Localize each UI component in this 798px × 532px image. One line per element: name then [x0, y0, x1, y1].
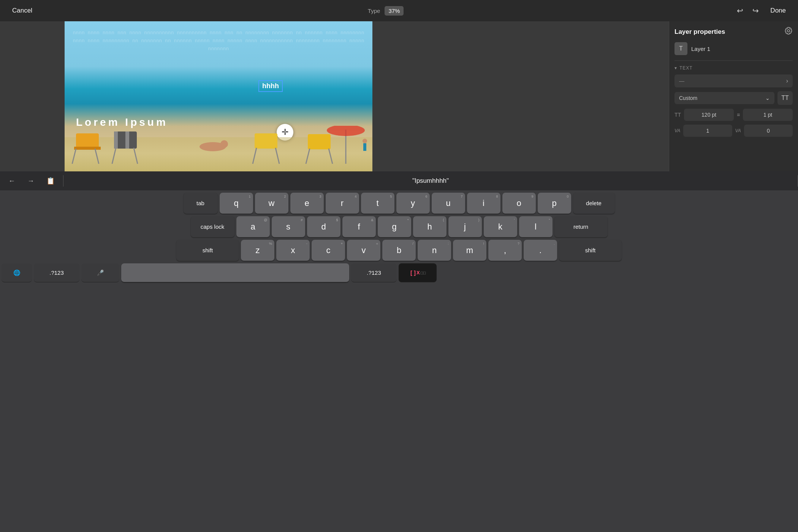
m-key[interactable]: ! m — [453, 240, 486, 261]
l-key[interactable]: " l — [519, 216, 519, 238]
autocomplete-controls: ← → 📋 — [0, 174, 63, 187]
top-bar: Cancel Type 37% ↩ ↪ Done — [0, 0, 519, 21]
n-key[interactable]: : n — [418, 240, 451, 261]
symbols-right-key[interactable]: .?123 — [351, 263, 397, 282]
y-key[interactable]: 6 y — [396, 193, 430, 214]
xd-logo: [ ] X □□ — [410, 269, 426, 276]
comma-key[interactable]: ? , — [488, 240, 519, 261]
keyboard-area: ← → 📋 "Ipsumhhhh" tab 1 q 2 w 3 e — [0, 171, 519, 340]
globe-key[interactable]: 🌐 — [2, 263, 32, 282]
g-key[interactable]: * g — [378, 216, 411, 238]
svg-point-21 — [363, 139, 367, 143]
xd-logo-key: [ ] X □□ — [399, 263, 437, 282]
s-key[interactable]: # s — [272, 216, 305, 238]
keyboard-rows: tab 1 q 2 w 3 e 4 r 5 t 6 — [0, 190, 519, 261]
o-key[interactable]: 9 o — [502, 193, 519, 214]
autocomplete-bar: ← → 📋 "Ipsumhhhh" — [0, 171, 519, 190]
keyboard-undo-button[interactable]: ← — [6, 175, 17, 187]
symbols-left-key[interactable]: .?123 — [34, 263, 79, 282]
svg-rect-6 — [114, 131, 118, 149]
svg-rect-8 — [125, 131, 129, 149]
i-key[interactable]: 8 i — [467, 193, 500, 214]
r-key[interactable]: 4 r — [326, 193, 359, 214]
k-key[interactable]: ' k — [484, 216, 517, 238]
svg-rect-1 — [76, 133, 99, 149]
type-label: Type — [368, 8, 380, 14]
svg-rect-7 — [120, 131, 124, 149]
mic-icon: 🎤 — [97, 269, 104, 276]
svg-rect-16 — [308, 134, 331, 149]
keyboard-bottom-bar: 🌐 .?123 🎤 .?123 [ ] X □□ — [0, 261, 519, 285]
key-row-3: shift % z - x + c = v / b : — [2, 240, 519, 261]
t-key[interactable]: 5 t — [361, 193, 394, 214]
d-key[interactable]: $ d — [307, 216, 340, 238]
key-row-1: tab 1 q 2 w 3 e 4 r 5 t 6 — [2, 193, 519, 214]
b-key[interactable]: / b — [382, 240, 416, 261]
j-key[interactable]: ) j — [448, 216, 482, 238]
q-key[interactable]: 1 q — [220, 193, 253, 214]
beach-image: nnnn nnnn nnnn nnn nnnn nnnnnnnnnn nnnnn… — [65, 21, 372, 171]
top-bar-left: Cancel — [8, 5, 37, 17]
beach-scene — [65, 126, 372, 171]
globe-icon: 🌐 — [13, 269, 21, 276]
svg-point-12 — [220, 140, 228, 148]
symbols-right-label: .?123 — [367, 269, 381, 276]
canvas-area: nnnn nnnn nnnn nnn nnnn nnnnnnnnnn nnnnn… — [0, 21, 519, 171]
sky-text-overlay: nnnn nnnn nnnn nnn nnnn nnnnnnnnnn nnnnn… — [65, 25, 372, 71]
a-key[interactable]: @ a — [236, 216, 270, 238]
caps-lock-key[interactable]: caps lock — [191, 216, 234, 238]
u-key[interactable]: 7 u — [432, 193, 465, 214]
f-key[interactable]: & f — [342, 216, 376, 238]
svg-rect-2 — [74, 147, 101, 150]
w-key[interactable]: 2 w — [255, 193, 288, 214]
keyboard-redo-button[interactable]: → — [25, 175, 36, 187]
e-key[interactable]: 3 e — [290, 193, 324, 214]
symbols-left-label: .?123 — [49, 269, 64, 276]
svg-rect-22 — [363, 143, 366, 151]
top-bar-center: Type 37% — [368, 6, 404, 16]
cancel-button[interactable]: Cancel — [8, 5, 37, 17]
tab-key[interactable]: tab — [184, 193, 218, 214]
zoom-percent-badge: 37% — [385, 6, 404, 16]
text-hhhh-box[interactable]: hhhh — [258, 80, 283, 92]
h-key[interactable]: ( h — [413, 216, 446, 238]
space-key[interactable] — [121, 263, 349, 282]
beach-chairs-svg — [65, 126, 372, 171]
svg-point-20 — [327, 126, 365, 136]
mic-key[interactable]: 🎤 — [81, 263, 119, 282]
svg-rect-13 — [255, 133, 277, 149]
key-row-2: caps lock @ a # s $ d & f * g — [2, 216, 519, 238]
shift-left-key[interactable]: shift — [176, 240, 239, 261]
clipboard-button[interactable]: 📋 — [44, 174, 57, 187]
v-key[interactable]: = v — [347, 240, 380, 261]
autocomplete-suggestion[interactable]: "Ipsumhhhh" — [63, 177, 519, 185]
c-key[interactable]: + c — [312, 240, 345, 261]
z-key[interactable]: % z — [241, 240, 274, 261]
x-key[interactable]: - x — [276, 240, 310, 261]
